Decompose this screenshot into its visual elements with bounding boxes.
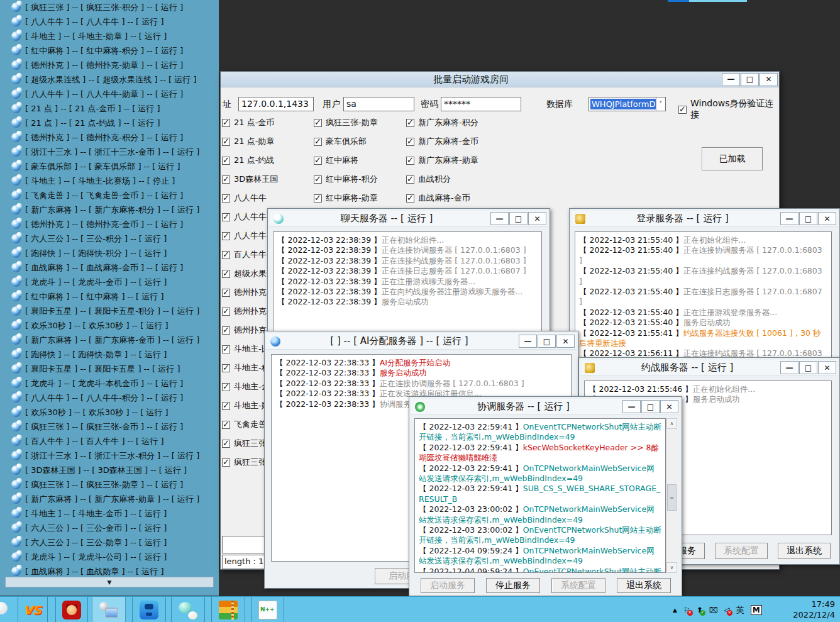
checkbox[interactable] bbox=[222, 270, 230, 278]
checkbox[interactable] bbox=[406, 138, 414, 146]
game-room-item[interactable]: [ 浙江十三水 ] -- [ 浙江十三水-金币 ] -- [ 运行 ] bbox=[0, 145, 219, 159]
game-checkbox-row[interactable]: 3D森林王国 bbox=[222, 174, 278, 185]
checkbox[interactable] bbox=[314, 119, 322, 127]
coord-server-titlebar[interactable]: 协调服务器 -- [ 运行 ] — □ ✕ bbox=[411, 399, 680, 415]
start-button[interactable] bbox=[0, 602, 8, 614]
checkbox[interactable] bbox=[222, 308, 230, 316]
winauth-checkbox-row[interactable]: Windows身份验证连接 bbox=[678, 98, 779, 121]
taskbar-item-archiver[interactable] bbox=[211, 597, 245, 622]
checkbox[interactable] bbox=[222, 157, 230, 165]
checkbox[interactable] bbox=[222, 213, 230, 221]
game-checkbox-row[interactable]: 八人牛牛 bbox=[222, 192, 267, 204]
game-room-item[interactable]: [ 疯狂三张 ] -- [ 疯狂三张-金币 ] -- [ 运行 ] bbox=[0, 419, 219, 434]
close-button[interactable]: ✕ bbox=[818, 361, 836, 374]
login-server-titlebar[interactable]: 登录服务器 -- [ 运行 ] — □ ✕ bbox=[572, 211, 837, 227]
taskbar-item-robot[interactable] bbox=[132, 597, 166, 622]
game-room-item[interactable]: [ 跑得快 ] -- [ 跑得快-勋章 ] -- [ 运行 ] bbox=[0, 347, 219, 362]
game-room-item[interactable]: [ 欢乐30秒 ] -- [ 欢乐30秒 ] -- [ 运行 ] bbox=[0, 318, 219, 333]
game-room-item[interactable]: [ 八人牛牛 ] -- [ 八人牛牛-勋章 ] -- [ 运行 ] bbox=[0, 87, 219, 101]
service-button[interactable]: 停止服务 bbox=[486, 578, 540, 593]
game-room-item[interactable]: [ 红中麻将 ] -- [ 红中麻将-积分 ] -- [ 运行 ] bbox=[0, 43, 219, 58]
checkbox[interactable] bbox=[222, 421, 230, 429]
game-checkbox-row[interactable]: 21 点-勋章 bbox=[222, 136, 274, 147]
user-input[interactable]: sa bbox=[343, 97, 414, 111]
checkbox[interactable] bbox=[406, 119, 414, 127]
usb-status-icon[interactable]: ⬆✓ bbox=[697, 606, 703, 614]
game-room-item[interactable]: [ 龙虎斗 ] -- [ 龙虎斗-公司 ] -- [ 运行 ] bbox=[0, 550, 219, 564]
minimize-button[interactable]: — bbox=[780, 361, 799, 374]
flag-status-icon[interactable]: ⚐✕ bbox=[683, 606, 690, 614]
game-checkbox-row[interactable]: 新广东麻将-金币 bbox=[406, 136, 478, 147]
taskbar-item-game[interactable] bbox=[55, 597, 88, 622]
checkbox[interactable] bbox=[222, 326, 230, 335]
taskbar-item-vs[interactable]: VS bbox=[18, 597, 48, 622]
taskbar-item-server-tool[interactable] bbox=[92, 597, 126, 622]
taskbar-item-messenger[interactable] bbox=[171, 597, 205, 622]
game-checkbox-row[interactable]: 血战麻将-金币 bbox=[406, 192, 470, 204]
checkbox[interactable] bbox=[406, 194, 414, 203]
service-button[interactable]: 退出系统 bbox=[778, 543, 831, 559]
game-room-item[interactable]: [ 红中麻将 ] -- [ 红中麻将 ] -- [ 运行 ] bbox=[0, 289, 219, 304]
log-scrollbar[interactable]: ∧ ≡ ∨ bbox=[666, 418, 677, 573]
ime-language-indicator[interactable]: 英 bbox=[736, 604, 744, 616]
chat-server-titlebar[interactable]: 聊天服务器 -- [ 运行 ] — □ ✕ bbox=[270, 211, 548, 227]
minimize-button[interactable]: — bbox=[622, 400, 641, 413]
maximize-button[interactable]: □ bbox=[509, 212, 528, 225]
taskbar-item-editor[interactable] bbox=[251, 597, 284, 622]
checkbox[interactable] bbox=[222, 289, 230, 297]
game-room-item[interactable]: [ 六人三公 ] -- [ 三公-金币 ] -- [ 运行 ] bbox=[0, 521, 219, 535]
game-room-item[interactable]: [ 六人三公 ] -- [ 三公-勋章 ] -- [ 运行 ] bbox=[0, 535, 219, 550]
game-room-item[interactable]: [ 六人三公 ] -- [ 三公-积分 ] -- [ 运行 ] bbox=[0, 231, 219, 246]
checkbox[interactable] bbox=[222, 175, 230, 184]
minimize-button[interactable]: — bbox=[780, 212, 799, 225]
checkbox[interactable] bbox=[222, 232, 230, 240]
scroll-down-button[interactable]: ▼ bbox=[5, 577, 214, 587]
game-checkbox-row[interactable]: 红中麻将-积分 bbox=[314, 174, 378, 185]
game-room-item[interactable]: [ 斗地主 ] -- [ 斗地主-金币 ] -- [ 运行 ] bbox=[0, 506, 219, 521]
taskbar-clock[interactable]: 17:49 2022/12/4 bbox=[793, 599, 835, 620]
game-room-item[interactable]: [ 浙江十三水 ] -- [ 浙江十三水-积分 ] -- [ 运行 ] bbox=[0, 448, 219, 463]
game-room-item[interactable]: [ 斗地主 ] -- [ 斗地主-比赛场 ] -- [ 停止 ] bbox=[0, 174, 219, 188]
checkbox[interactable] bbox=[314, 175, 322, 184]
scroll-thumb[interactable]: ≡ bbox=[667, 484, 677, 511]
game-room-item[interactable]: [ 龙虎斗 ] -- [ 龙虎斗-本机金币 ] -- [ 运行 ] bbox=[0, 376, 219, 391]
checkbox[interactable] bbox=[222, 194, 230, 203]
close-button[interactable]: ✕ bbox=[660, 400, 678, 413]
game-room-item[interactable]: [ 八人牛牛 ] -- [ 八人牛牛 ] -- [ 运行 ] bbox=[0, 14, 219, 29]
game-room-item[interactable]: [ 21 点 ] -- [ 21 点-约战 ] -- [ 运行 ] bbox=[0, 116, 219, 130]
batch-start-titlebar[interactable]: 批量启动游戏房间 — □ ✕ bbox=[221, 72, 779, 87]
checkbox[interactable] bbox=[222, 458, 230, 467]
game-room-item[interactable]: [ 新广东麻将 ] -- [ 新广东麻将-积分 ] -- [ 运行 ] bbox=[0, 203, 219, 217]
checkbox[interactable] bbox=[222, 364, 230, 372]
service-button[interactable]: 系统配置 bbox=[551, 578, 605, 593]
checkbox[interactable] bbox=[406, 175, 414, 184]
game-room-item[interactable]: [ 3D森林王国 ] -- [ 3D森林王国 ] -- [ 运行 ] bbox=[0, 463, 219, 477]
close-button[interactable]: ✕ bbox=[818, 212, 836, 225]
game-room-item[interactable]: [ 跑得快 ] -- [ 跑得快-积分 ] -- [ 运行 ] bbox=[0, 246, 219, 260]
maximize-button[interactable]: □ bbox=[741, 73, 759, 86]
chevron-down-icon[interactable]: ˅ bbox=[656, 97, 665, 111]
ime-mode-indicator[interactable]: M bbox=[751, 605, 762, 615]
game-checkbox-row[interactable]: 新广东麻将-勋章 bbox=[406, 155, 478, 166]
network-status-icon[interactable]: ⌧ bbox=[709, 606, 718, 614]
service-button[interactable]: 启动服务 bbox=[421, 578, 475, 593]
close-button[interactable]: ✕ bbox=[556, 335, 575, 348]
minimize-button[interactable]: — bbox=[519, 335, 537, 348]
minimize-button[interactable]: — bbox=[490, 212, 509, 225]
database-select[interactable]: WHQJPlatformDB ˅ bbox=[589, 97, 666, 111]
bottom-list-box[interactable] bbox=[222, 536, 265, 553]
close-button[interactable]: ✕ bbox=[760, 73, 778, 86]
game-room-item[interactable]: [ 百人牛牛 ] -- [ 百人牛牛 ] -- [ 运行 ] bbox=[0, 434, 219, 448]
maximize-button[interactable]: □ bbox=[641, 400, 660, 413]
checkbox[interactable] bbox=[222, 251, 230, 259]
game-room-item[interactable]: [ 新广东麻将 ] -- [ 新广东麻将-勋章 ] -- [ 运行 ] bbox=[0, 492, 219, 506]
game-room-item[interactable]: [ 超级水果连线 ] -- [ 超级水果连线 ] -- [ 运行 ] bbox=[0, 72, 219, 87]
volume-muted-icon[interactable]: ◁✕ bbox=[724, 606, 730, 614]
battle-server-titlebar[interactable]: 约战服务器 -- [ 运行 ] — □ ✕ bbox=[581, 360, 837, 376]
close-button[interactable]: ✕ bbox=[528, 212, 546, 225]
game-room-item[interactable]: [ 龙虎斗 ] -- [ 龙虎斗-金币 ] -- [ 运行 ] bbox=[0, 275, 219, 289]
game-checkbox-row[interactable]: 百人牛牛 bbox=[222, 249, 267, 260]
game-checkbox-row[interactable]: 红中麻将 bbox=[314, 155, 358, 166]
scroll-down-arrow-icon[interactable]: ∨ bbox=[666, 562, 677, 573]
checkbox[interactable] bbox=[314, 194, 322, 203]
